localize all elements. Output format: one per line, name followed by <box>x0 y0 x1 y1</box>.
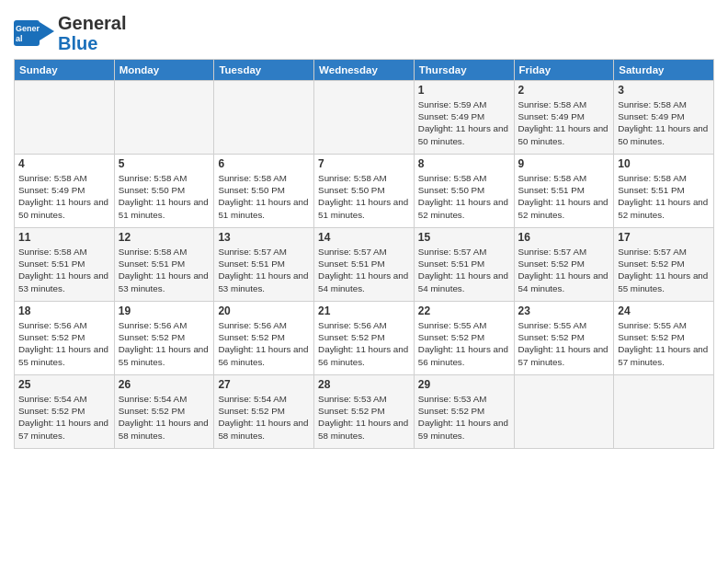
day-number: 21 <box>318 304 410 317</box>
day-number: 11 <box>18 231 110 244</box>
day-info: Sunrise: 5:58 AMSunset: 5:50 PMDaylight:… <box>218 172 310 221</box>
day-info: Sunrise: 5:54 AMSunset: 5:52 PMDaylight:… <box>18 393 110 442</box>
day-number: 20 <box>218 304 310 317</box>
logo: Gener al General Blue <box>14 9 126 53</box>
weekday-header-wednesday: Wednesday <box>314 60 415 81</box>
calendar-cell: 23Sunrise: 5:55 AMSunset: 5:52 PMDayligh… <box>514 302 614 375</box>
day-number: 2 <box>518 84 610 97</box>
day-number: 9 <box>518 157 610 170</box>
calendar-cell: 29Sunrise: 5:53 AMSunset: 5:52 PMDayligh… <box>414 375 514 449</box>
svg-text:Gener: Gener <box>16 24 40 33</box>
calendar-cell: 13Sunrise: 5:57 AMSunset: 5:51 PMDayligh… <box>214 228 314 302</box>
day-number: 18 <box>18 304 110 317</box>
logo-general: General <box>58 13 126 33</box>
day-number: 29 <box>418 378 510 391</box>
day-info: Sunrise: 5:56 AMSunset: 5:52 PMDaylight:… <box>318 319 410 368</box>
calendar-cell: 10Sunrise: 5:58 AMSunset: 5:51 PMDayligh… <box>614 155 714 228</box>
day-number: 19 <box>119 304 210 317</box>
day-info: Sunrise: 5:58 AMSunset: 5:49 PMDaylight:… <box>18 172 110 221</box>
day-number: 13 <box>218 231 310 244</box>
weekday-header-sunday: Sunday <box>15 60 115 81</box>
day-info: Sunrise: 5:58 AMSunset: 5:51 PMDaylight:… <box>618 172 710 221</box>
day-info: Sunrise: 5:55 AMSunset: 5:52 PMDaylight:… <box>418 319 510 368</box>
day-info: Sunrise: 5:58 AMSunset: 5:49 PMDaylight:… <box>518 98 610 147</box>
weekday-header-monday: Monday <box>114 60 214 81</box>
day-number: 4 <box>18 157 110 170</box>
calendar-week-2: 4Sunrise: 5:58 AMSunset: 5:49 PMDaylight… <box>15 155 714 228</box>
calendar-cell: 9Sunrise: 5:58 AMSunset: 5:51 PMDaylight… <box>514 155 614 228</box>
calendar-cell <box>15 81 115 155</box>
day-number: 15 <box>418 231 510 244</box>
calendar-cell: 28Sunrise: 5:53 AMSunset: 5:52 PMDayligh… <box>314 375 415 449</box>
calendar-cell: 14Sunrise: 5:57 AMSunset: 5:51 PMDayligh… <box>314 228 415 302</box>
day-number: 27 <box>218 378 310 391</box>
day-info: Sunrise: 5:56 AMSunset: 5:52 PMDaylight:… <box>18 319 110 368</box>
day-number: 6 <box>218 157 310 170</box>
svg-text:al: al <box>16 34 23 43</box>
weekday-header-friday: Friday <box>514 60 614 81</box>
calendar-cell: 7Sunrise: 5:58 AMSunset: 5:50 PMDaylight… <box>314 155 415 228</box>
day-info: Sunrise: 5:53 AMSunset: 5:52 PMDaylight:… <box>318 393 410 442</box>
day-info: Sunrise: 5:56 AMSunset: 5:52 PMDaylight:… <box>119 319 210 368</box>
calendar-cell: 24Sunrise: 5:55 AMSunset: 5:52 PMDayligh… <box>614 302 714 375</box>
calendar-week-5: 25Sunrise: 5:54 AMSunset: 5:52 PMDayligh… <box>15 375 714 449</box>
calendar-cell <box>514 375 614 449</box>
weekday-header-thursday: Thursday <box>414 60 514 81</box>
day-info: Sunrise: 5:57 AMSunset: 5:51 PMDaylight:… <box>218 246 310 294</box>
day-number: 26 <box>119 378 210 391</box>
calendar-cell <box>114 81 214 155</box>
calendar-cell: 18Sunrise: 5:56 AMSunset: 5:52 PMDayligh… <box>15 302 115 375</box>
day-info: Sunrise: 5:54 AMSunset: 5:52 PMDaylight:… <box>218 393 310 442</box>
day-number: 12 <box>119 231 210 244</box>
day-info: Sunrise: 5:59 AMSunset: 5:49 PMDaylight:… <box>418 98 510 147</box>
calendar-cell: 1Sunrise: 5:59 AMSunset: 5:49 PMDaylight… <box>414 81 514 155</box>
weekday-header-saturday: Saturday <box>614 60 714 81</box>
day-number: 8 <box>418 157 510 170</box>
day-number: 22 <box>418 304 510 317</box>
calendar-cell: 3Sunrise: 5:58 AMSunset: 5:49 PMDaylight… <box>614 81 714 155</box>
day-number: 23 <box>518 304 610 317</box>
calendar-cell: 16Sunrise: 5:57 AMSunset: 5:52 PMDayligh… <box>514 228 614 302</box>
day-info: Sunrise: 5:54 AMSunset: 5:52 PMDaylight:… <box>119 393 210 442</box>
calendar-cell: 27Sunrise: 5:54 AMSunset: 5:52 PMDayligh… <box>214 375 314 449</box>
day-number: 17 <box>618 231 710 244</box>
day-number: 24 <box>618 304 710 317</box>
day-info: Sunrise: 5:57 AMSunset: 5:51 PMDaylight:… <box>318 246 410 294</box>
calendar-cell: 2Sunrise: 5:58 AMSunset: 5:49 PMDaylight… <box>514 81 614 155</box>
calendar-week-1: 1Sunrise: 5:59 AMSunset: 5:49 PMDaylight… <box>15 81 714 155</box>
calendar-cell: 15Sunrise: 5:57 AMSunset: 5:51 PMDayligh… <box>414 228 514 302</box>
day-info: Sunrise: 5:56 AMSunset: 5:52 PMDaylight:… <box>218 319 310 368</box>
calendar-cell: 8Sunrise: 5:58 AMSunset: 5:50 PMDaylight… <box>414 155 514 228</box>
day-info: Sunrise: 5:55 AMSunset: 5:52 PMDaylight:… <box>518 319 610 368</box>
calendar-cell <box>214 81 314 155</box>
calendar-table: SundayMondayTuesdayWednesdayThursdayFrid… <box>14 59 714 449</box>
svg-marker-3 <box>40 22 54 40</box>
day-number: 1 <box>418 84 510 97</box>
calendar-cell: 12Sunrise: 5:58 AMSunset: 5:51 PMDayligh… <box>114 228 214 302</box>
day-info: Sunrise: 5:58 AMSunset: 5:49 PMDaylight:… <box>618 98 710 147</box>
calendar-cell <box>314 81 415 155</box>
calendar-cell: 4Sunrise: 5:58 AMSunset: 5:49 PMDaylight… <box>15 155 115 228</box>
day-info: Sunrise: 5:58 AMSunset: 5:50 PMDaylight:… <box>119 172 210 221</box>
header: Gener al General Blue <box>14 9 714 53</box>
day-info: Sunrise: 5:58 AMSunset: 5:50 PMDaylight:… <box>418 172 510 221</box>
day-info: Sunrise: 5:58 AMSunset: 5:51 PMDaylight:… <box>18 246 110 294</box>
day-number: 28 <box>318 378 410 391</box>
day-number: 3 <box>618 84 710 97</box>
day-info: Sunrise: 5:57 AMSunset: 5:52 PMDaylight:… <box>618 246 710 294</box>
calendar-cell: 6Sunrise: 5:58 AMSunset: 5:50 PMDaylight… <box>214 155 314 228</box>
logo-blue: Blue <box>58 33 126 53</box>
calendar-cell: 5Sunrise: 5:58 AMSunset: 5:50 PMDaylight… <box>114 155 214 228</box>
calendar-cell: 19Sunrise: 5:56 AMSunset: 5:52 PMDayligh… <box>114 302 214 375</box>
calendar-week-4: 18Sunrise: 5:56 AMSunset: 5:52 PMDayligh… <box>15 302 714 375</box>
day-number: 7 <box>318 157 410 170</box>
day-number: 16 <box>518 231 610 244</box>
day-number: 10 <box>618 157 710 170</box>
calendar-week-3: 11Sunrise: 5:58 AMSunset: 5:51 PMDayligh… <box>15 228 714 302</box>
calendar-cell <box>614 375 714 449</box>
calendar-cell: 11Sunrise: 5:58 AMSunset: 5:51 PMDayligh… <box>15 228 115 302</box>
day-info: Sunrise: 5:58 AMSunset: 5:51 PMDaylight:… <box>518 172 610 221</box>
day-number: 25 <box>18 378 110 391</box>
day-info: Sunrise: 5:57 AMSunset: 5:51 PMDaylight:… <box>418 246 510 294</box>
day-info: Sunrise: 5:55 AMSunset: 5:52 PMDaylight:… <box>618 319 710 368</box>
